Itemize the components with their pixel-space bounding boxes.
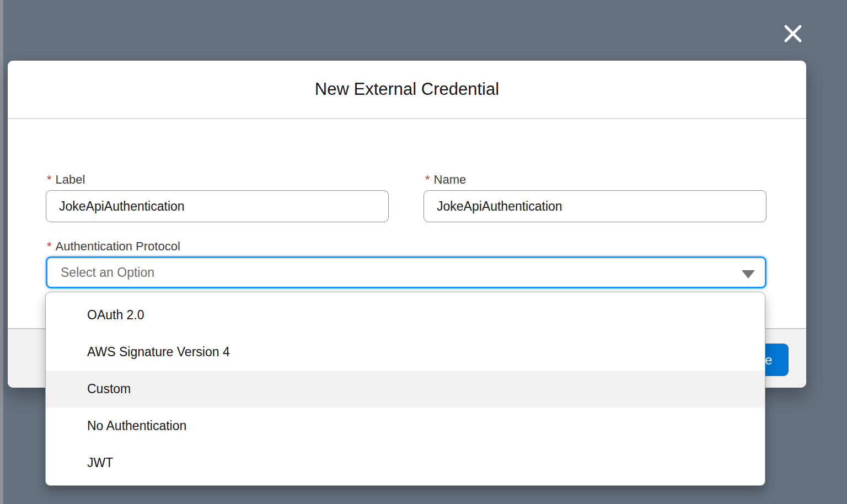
required-asterisk: * [47, 239, 52, 253]
listbox-option-aws-signature-version-4[interactable]: AWS Signature Version 4 [46, 334, 765, 371]
name-field-label: *Name [425, 172, 466, 187]
label-field-label-text: Label [56, 173, 85, 186]
name-input[interactable] [424, 190, 766, 222]
close-icon [782, 23, 803, 46]
page-edge-strip [0, 0, 3, 504]
auth-protocol-listbox: OAuth 2.0 AWS Signature Version 4 Custom… [45, 292, 765, 486]
required-asterisk: * [47, 173, 52, 186]
listbox-option-oauth-2-0[interactable]: OAuth 2.0 [46, 297, 765, 334]
modal-header: New External Credential [8, 61, 806, 119]
auth-protocol-combobox[interactable]: Select an Option [46, 256, 766, 288]
combobox-placeholder: Select an Option [61, 265, 154, 280]
listbox-option-custom[interactable]: Custom [46, 371, 765, 408]
listbox-option-jwt[interactable]: JWT [46, 444, 765, 481]
listbox-option-no-authentication[interactable]: No Authentication [46, 408, 765, 444]
modal-title: New External Credential [315, 79, 499, 99]
auth-protocol-field-label: *Authentication Protocol [47, 239, 180, 254]
required-asterisk: * [425, 173, 430, 186]
label-field-label: *Label [47, 172, 85, 187]
auth-protocol-label-text: Authentication Protocol [56, 239, 180, 253]
name-field-label-text: Name [434, 173, 467, 186]
label-input[interactable] [46, 190, 389, 222]
close-button[interactable] [778, 19, 808, 50]
chevron-down-icon [742, 270, 755, 278]
